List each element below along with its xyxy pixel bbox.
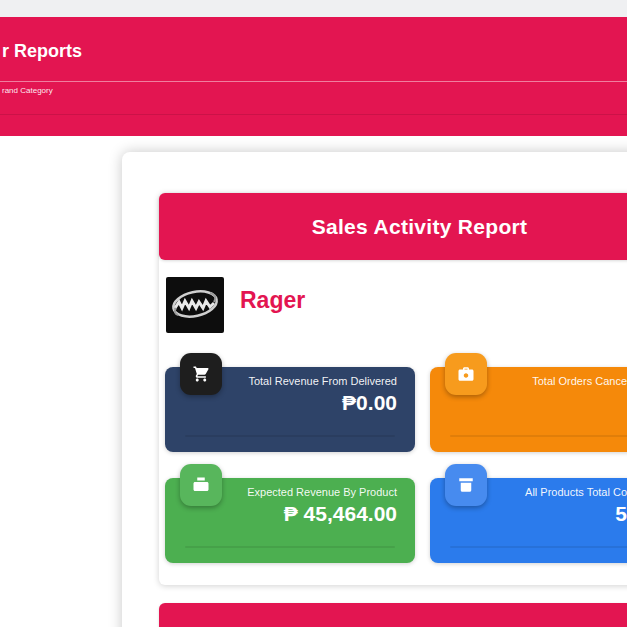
stat-divider	[185, 435, 395, 437]
band-logo-art	[166, 277, 224, 333]
stat-label: Expected Revenue By Product	[247, 486, 397, 498]
stat-value: 5	[615, 502, 627, 526]
sales-activity-section: Sales Activity Report Rager Total Revenu…	[159, 193, 627, 585]
report-card: Sales Activity Report Rager Total Revenu…	[122, 152, 627, 627]
brand-name: Rager	[240, 287, 305, 314]
next-section-header-banner	[159, 603, 627, 627]
stat-divider	[450, 546, 627, 548]
stat-divider	[185, 546, 395, 548]
page-title: r Reports	[2, 41, 82, 62]
header-divider	[0, 81, 627, 82]
cash-register-icon	[180, 464, 222, 506]
app-header: r Reports rand Category	[0, 17, 627, 136]
stat-value: ₱ 45,464.00	[284, 502, 397, 526]
stat-label: All Products Total Co	[525, 486, 627, 498]
breadcrumb-brand-category: rand Category	[2, 86, 53, 95]
brand-logo-image	[166, 277, 224, 333]
header-divider-bottom	[0, 114, 627, 115]
screen: r Reports rand Category Sales Activity R…	[0, 0, 627, 627]
section-header-banner: Sales Activity Report	[159, 193, 627, 260]
stat-label: Total Orders Cance	[532, 375, 627, 387]
stat-value: ₱0.00	[342, 391, 397, 415]
section-title: Sales Activity Report	[312, 215, 528, 239]
stat-label: Total Revenue From Delivered	[248, 375, 397, 387]
stat-divider	[450, 435, 627, 437]
archive-box-icon	[445, 464, 487, 506]
top-strip	[0, 0, 627, 17]
briefcase-icon	[445, 353, 487, 395]
cart-icon	[180, 353, 222, 395]
